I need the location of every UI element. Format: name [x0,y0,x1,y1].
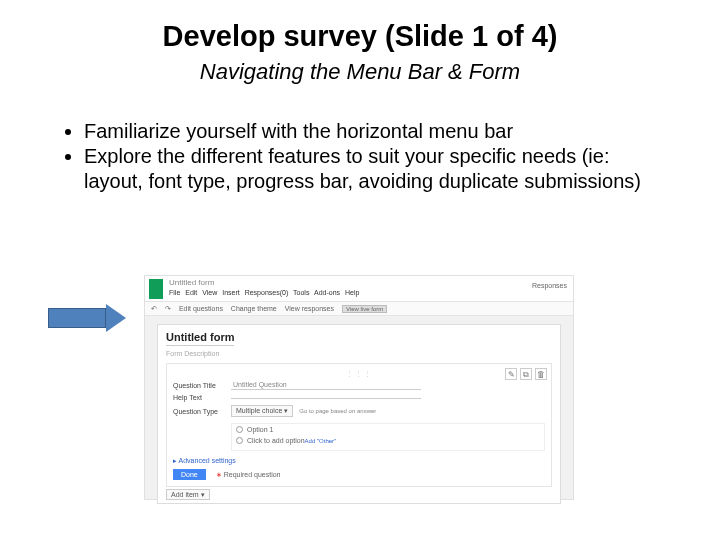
page-based-hint: Go to page based on answer [299,408,376,414]
toolbar-redo-icon[interactable]: ↷ [165,305,171,312]
option-row[interactable]: Option 1 [236,426,540,433]
form-card: Untitled form Form Description ⋮⋮⋮ ✎ ⧉ 🗑… [157,324,561,504]
duplicate-icon[interactable]: ⧉ [520,368,532,380]
label-question-title: Question Title [173,382,231,389]
question-type-select[interactable]: Multiple choice ▾ [231,405,293,417]
required-question-label[interactable]: ∗ Required question [216,471,281,479]
required-star-icon: ∗ [216,471,222,478]
bullet-item: Explore the different features to suit y… [84,144,660,194]
toolbar-edit-questions[interactable]: Edit questions [179,305,223,312]
add-other-link[interactable]: Add "Other" [305,438,337,444]
app-icon [149,279,163,299]
label-question-type: Question Type [173,408,231,415]
add-option-text[interactable]: Click to add option [247,437,305,444]
page-title: Develop survey (Slide 1 of 4) [0,20,720,53]
bullet-item: Familiarize yourself with the horizontal… [84,119,660,144]
form-description[interactable]: Form Description [166,350,552,357]
responses-link[interactable]: Responses [532,282,567,289]
toolbar-undo-icon[interactable]: ↶ [151,305,157,312]
options-area: Option 1 Click to add option Add "Other" [231,423,545,451]
question-title-input[interactable]: Untitled Question [231,380,421,390]
done-button[interactable]: Done [173,469,206,480]
toolbar: ↶ ↷ Edit questions Change theme View res… [145,302,573,316]
label-help-text: Help Text [173,394,231,401]
question-actions: ✎ ⧉ 🗑 [504,368,547,380]
bullet-list: Familiarize yourself with the horizontal… [70,119,660,194]
radio-icon [236,426,243,433]
delete-icon[interactable]: 🗑 [535,368,547,380]
add-item-button[interactable]: Add item ▾ [166,491,552,499]
editor-canvas: Untitled form Form Description ⋮⋮⋮ ✎ ⧉ 🗑… [145,316,573,499]
document-title: Untitled form [169,278,214,287]
edit-icon[interactable]: ✎ [505,368,517,380]
help-text-input[interactable] [231,396,421,399]
menu-bar[interactable]: File Edit View Insert Responses(0) Tools… [169,289,359,296]
advanced-settings-toggle[interactable]: ▸ Advanced settings [173,457,545,465]
form-title[interactable]: Untitled form [166,331,234,346]
question-block: ⋮⋮⋮ ✎ ⧉ 🗑 Question Title Untitled Questi… [166,363,552,487]
radio-icon [236,437,243,444]
option-text[interactable]: Option 1 [247,426,273,433]
drag-handle-icon[interactable]: ⋮⋮⋮ [173,370,545,378]
page-subtitle: Navigating the Menu Bar & Form [0,59,720,85]
add-option-row[interactable]: Click to add option Add "Other" [236,437,540,444]
toolbar-view-responses[interactable]: View responses [285,305,334,312]
toolbar-change-theme[interactable]: Change theme [231,305,277,312]
toolbar-view-live-form[interactable]: View live form [342,305,387,313]
screenshot-google-form-editor: Untitled form File Edit View Insert Resp… [144,275,574,500]
editor-header: Untitled form File Edit View Insert Resp… [145,276,573,302]
